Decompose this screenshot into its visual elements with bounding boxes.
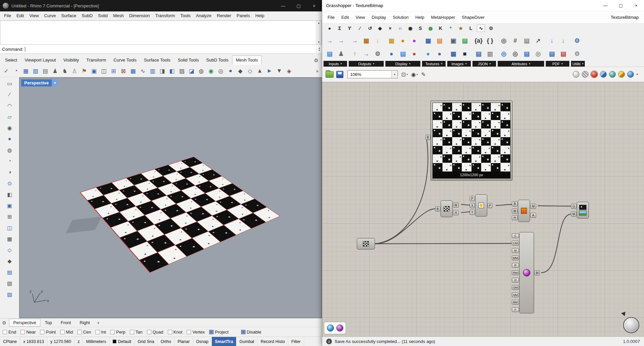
component-input-param[interactable]: CM	[512, 241, 519, 245]
ribbon-component-icon[interactable]: ▤	[459, 34, 470, 47]
command-line[interactable]: Command: ▲ ▼	[0, 45, 322, 54]
sidebar-tool-icon[interactable]: ◇	[5, 245, 14, 255]
menu-item[interactable]: Transform	[152, 11, 178, 20]
ribbon-component-icon[interactable]: ↓	[546, 34, 557, 47]
purple-sphere-icon[interactable]	[336, 324, 343, 332]
checkered-mesh-plane[interactable]	[80, 157, 280, 273]
menu-item[interactable]: File	[1, 11, 14, 20]
ribbon-component-icon[interactable]: ●	[423, 47, 433, 60]
toolbar-icon[interactable]: ▧	[31, 66, 40, 76]
mesh-plane-component[interactable]: BWH MA	[512, 200, 536, 222]
ribbon-component-icon[interactable]: ▤	[324, 47, 335, 60]
toolbar-icon[interactable]: ►	[265, 66, 274, 76]
component-category-tab[interactable]: ★	[457, 25, 465, 32]
maximize-button[interactable]: ▢	[291, 0, 306, 11]
ribbon-component-icon[interactable]: ●	[397, 34, 408, 47]
menu-item[interactable]: MetaHopper	[428, 13, 459, 22]
osnap-toggle[interactable]: Project	[209, 330, 228, 335]
toolbar-icon[interactable]: ▤	[40, 66, 50, 76]
ribbon-group-label[interactable]: JSON▾	[472, 61, 496, 67]
ribbon-component-icon[interactable]: { }	[485, 34, 495, 47]
component-input-param[interactable]: NM	[512, 293, 519, 297]
ribbon-component-icon[interactable]: →	[324, 34, 335, 47]
sidebar-tool-icon[interactable]: ▤	[5, 267, 14, 277]
grasshopper-canvas[interactable]: B 1200x1200 px B WH	[322, 82, 644, 337]
component-output-param[interactable]: M	[530, 204, 536, 209]
component-input-param[interactable]: B	[435, 206, 440, 212]
wireframe-preview-icon[interactable]	[573, 71, 579, 78]
toolbar-icon[interactable]: ⊞	[109, 66, 118, 76]
wire[interactable]	[375, 243, 511, 244]
wire[interactable]	[461, 212, 470, 213]
sidebar-tool-icon[interactable]: ◫	[5, 223, 14, 232]
sidebar-tool-icon[interactable]: ◍	[5, 145, 14, 155]
component-category-tab[interactable]: ∿	[477, 25, 485, 32]
viewport-tab[interactable]: Front	[56, 319, 75, 326]
close-button[interactable]: ×	[629, 0, 644, 11]
wire[interactable]	[375, 209, 435, 244]
component-output-param[interactable]: A	[530, 213, 536, 218]
sidebar-tool-icon[interactable]: ◉	[5, 123, 14, 132]
toolbar-icon[interactable]: ◈	[284, 66, 294, 76]
component-category-tab[interactable]: Ƴ	[346, 25, 354, 32]
ribbon-component-icon[interactable]: ▤	[521, 47, 532, 60]
component-category-tab[interactable]: ◆	[376, 25, 384, 32]
menu-item[interactable]: Surface	[59, 11, 79, 20]
document-selector[interactable]: TextureBitmap	[611, 15, 644, 20]
open-file-icon[interactable]	[326, 71, 334, 78]
component-category-tab[interactable]: S	[416, 25, 424, 32]
toolbar-tab[interactable]: Viewport Layout	[21, 55, 60, 65]
menu-item[interactable]: Solid	[95, 11, 110, 20]
command-spinner[interactable]: ▲ ▼	[316, 45, 322, 53]
display-mode-icon[interactable]	[609, 71, 616, 78]
viewport-title[interactable]: Perspective	[21, 79, 52, 86]
menu-item[interactable]: Mesh	[110, 11, 126, 20]
checkbox[interactable]	[60, 330, 65, 334]
maximize-button[interactable]: ▢	[613, 0, 629, 11]
osnap-toggle[interactable]: Tan	[130, 330, 143, 335]
construct-component[interactable]: PXY P	[470, 194, 492, 217]
component-category-tab[interactable]: *	[447, 25, 455, 32]
rendered-preview-icon[interactable]	[591, 71, 598, 78]
ribbon-group-label[interactable]: Inputs▾	[324, 61, 347, 67]
sidebar-tool-icon[interactable]: ⊞	[5, 212, 14, 221]
display-dropdown-icon[interactable]: ▾	[636, 73, 638, 76]
units-button[interactable]: Millimeters	[83, 337, 110, 346]
sidebar-tool-icon[interactable]: ◔	[5, 156, 14, 166]
cplane-button[interactable]: CPlane	[0, 337, 20, 346]
sidebar-tool-icon[interactable]: ◆	[5, 256, 14, 266]
ribbon-component-icon[interactable]: ↗	[533, 34, 543, 47]
component-input-param[interactable]: O	[512, 278, 519, 282]
zoom-dropdown-icon[interactable]: ▾	[391, 71, 397, 78]
menu-item[interactable]: Edit	[14, 11, 27, 20]
ribbon-component-icon[interactable]: ▥	[485, 47, 495, 60]
toolbar-icon[interactable]: ⊠	[118, 66, 128, 76]
toolbar-tab[interactable]: Select	[1, 55, 21, 65]
menu-item[interactable]: Render	[214, 11, 234, 20]
spin-up-icon[interactable]: ▲	[318, 47, 320, 49]
save-file-icon[interactable]	[336, 71, 343, 78]
component-input-param[interactable]: G	[571, 204, 576, 209]
component-category-tab[interactable]: ×	[386, 25, 394, 32]
toolbar-icon[interactable]: ◫	[99, 66, 109, 76]
viewport-tab[interactable]: Top	[40, 319, 56, 326]
canvas-paint-icon[interactable]: ✎	[421, 71, 425, 78]
checkbox[interactable]	[130, 330, 134, 334]
osnap-toggle[interactable]: Vertex	[187, 330, 205, 335]
component-output-param[interactable]: P	[488, 203, 493, 208]
ribbon-component-icon[interactable]: ▤	[473, 47, 484, 60]
status-pane-toggle[interactable]: Planar	[175, 337, 193, 346]
component-input-param[interactable]: R	[512, 263, 519, 268]
ribbon-component-icon[interactable]: ▤	[434, 34, 445, 47]
checkbox[interactable]	[187, 330, 191, 334]
viewport-title-menu[interactable]: Perspective ▼	[21, 79, 58, 86]
ribbon-group-label[interactable]: Attributes▾	[498, 61, 544, 67]
osnap-toggle[interactable]: Knot	[168, 330, 183, 335]
ribbon-group-label[interactable]: Textures▾	[422, 61, 446, 67]
toolbar-icon[interactable]: ∿	[138, 66, 148, 76]
menu-item[interactable]: Solution	[389, 13, 412, 22]
component-input-param[interactable]: B	[425, 135, 430, 140]
component-input-param[interactable]: MM	[512, 256, 519, 260]
toolbar-icon[interactable]: ⚑	[79, 66, 89, 76]
sidebar-tool-icon[interactable]: ▭	[5, 79, 14, 88]
